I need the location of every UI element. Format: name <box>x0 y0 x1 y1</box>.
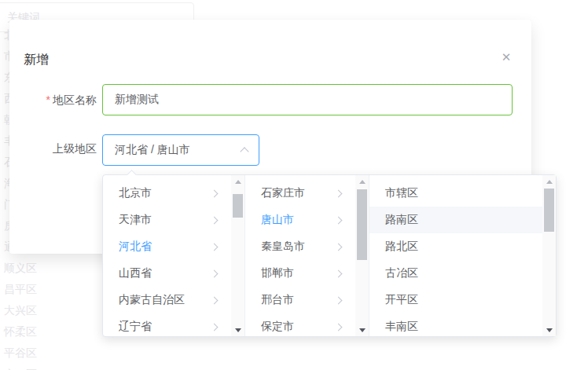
scrollbar-thumb[interactable] <box>357 189 367 260</box>
cascader-column-province: 北京市天津市河北省山西省内蒙古自治区辽宁省 <box>103 175 245 336</box>
close-icon[interactable]: ✕ <box>498 49 514 65</box>
scrollbar[interactable] <box>542 175 556 336</box>
cascader-column-district: 市辖区路南区路北区古冶区开平区丰南区 <box>369 175 556 336</box>
triangle-up-icon <box>359 180 366 184</box>
cascader-option[interactable]: 秦皇岛市 <box>245 233 355 260</box>
background-list-item: 怀柔区 <box>4 321 48 343</box>
chevron-right-icon <box>335 243 343 251</box>
chevron-right-icon <box>211 243 219 251</box>
cascader-option-label: 市辖区 <box>385 186 418 200</box>
cascader-option-list: 石家庄市唐山市秦皇岛市邯郸市邢台市保定市 <box>245 175 355 336</box>
cascader-option-label: 北京市 <box>119 186 152 200</box>
scrollbar-thumb[interactable] <box>544 189 554 232</box>
background-list-item: 顺义区 <box>4 258 48 279</box>
chevron-right-icon <box>335 269 343 277</box>
background-list-item: 大兴区 <box>4 300 48 321</box>
background-list-item: 昌平区 <box>4 279 48 300</box>
chevron-right-icon <box>211 269 219 277</box>
scrollbar-down-arrow[interactable] <box>355 324 369 335</box>
cascader-dropdown: 北京市天津市河北省山西省内蒙古自治区辽宁省石家庄市唐山市秦皇岛市邯郸市邢台市保定… <box>102 174 557 337</box>
cascader-option-label: 路南区 <box>385 213 418 227</box>
scrollbar[interactable] <box>355 175 369 336</box>
cascader-option[interactable]: 路南区 <box>369 207 542 233</box>
parent-region-select-input[interactable] <box>102 134 259 166</box>
cascader-option-label: 邢台市 <box>261 293 294 307</box>
cascader-option[interactable]: 古冶区 <box>369 260 542 287</box>
region-name-input[interactable] <box>102 84 513 115</box>
dialog-title: 新增 <box>24 52 49 68</box>
cascader-option-label: 山西省 <box>119 266 152 280</box>
cascader-option[interactable]: 邯郸市 <box>245 260 355 287</box>
cascader-option-list: 北京市天津市河北省山西省内蒙古自治区辽宁省 <box>103 175 231 336</box>
cascader-option-label: 天津市 <box>119 213 152 227</box>
chevron-right-icon <box>335 323 343 331</box>
triangle-down-icon <box>546 328 553 332</box>
chevron-right-icon <box>211 189 219 197</box>
cascader-option-label: 丰南区 <box>385 320 418 334</box>
cascader-option[interactable]: 辽宁省 <box>103 313 231 336</box>
background-list-item: 密云区 <box>4 364 48 370</box>
cascader-option[interactable]: 山西省 <box>103 260 231 287</box>
cascader-option-list: 市辖区路南区路北区古冶区开平区丰南区 <box>369 175 542 336</box>
cascader-option-label: 内蒙古自治区 <box>119 293 185 307</box>
triangle-down-icon <box>235 328 241 332</box>
cascader-option[interactable]: 保定市 <box>245 313 355 336</box>
cascader-option[interactable]: 市辖区 <box>369 180 542 207</box>
cascader-option-label: 邯郸市 <box>261 266 294 280</box>
cascader-column-city: 石家庄市唐山市秦皇岛市邯郸市邢台市保定市 <box>245 175 369 336</box>
cascader-option[interactable]: 北京市 <box>103 180 231 207</box>
cascader-option-label: 路北区 <box>385 240 418 254</box>
chevron-right-icon <box>335 296 343 304</box>
cascader-option-label: 唐山市 <box>261 213 294 227</box>
triangle-down-icon <box>359 328 366 332</box>
chevron-right-icon <box>211 323 219 331</box>
scrollbar-down-arrow[interactable] <box>542 324 556 335</box>
region-name-label-text: 地区名称 <box>53 93 97 106</box>
scrollbar-up-arrow[interactable] <box>355 176 369 187</box>
scrollbar[interactable] <box>231 175 244 336</box>
required-asterisk: * <box>46 93 50 106</box>
scrollbar-thumb[interactable] <box>233 194 243 218</box>
cascader-option-label: 开平区 <box>385 293 418 307</box>
parent-region-label: 上级地区 <box>9 141 97 156</box>
cascader-option[interactable]: 唐山市 <box>245 207 355 233</box>
cascader-option[interactable]: 石家庄市 <box>245 180 355 207</box>
cascader-option-label: 保定市 <box>261 320 294 334</box>
cascader-option[interactable]: 邢台市 <box>245 287 355 313</box>
scrollbar-up-arrow[interactable] <box>231 176 244 187</box>
cascader-option[interactable]: 河北省 <box>103 233 231 260</box>
triangle-up-icon <box>235 180 241 184</box>
parent-region-select[interactable] <box>102 134 259 166</box>
cascader-option[interactable]: 开平区 <box>369 287 542 313</box>
cascader-option[interactable]: 天津市 <box>103 207 231 233</box>
cascader-option[interactable]: 丰南区 <box>369 313 542 336</box>
background-list-item: 平谷区 <box>4 343 48 364</box>
cascader-option[interactable]: 内蒙古自治区 <box>103 287 231 313</box>
triangle-up-icon <box>546 180 553 184</box>
scrollbar-up-arrow[interactable] <box>542 176 556 187</box>
cascader-option-label: 河北省 <box>119 240 152 254</box>
region-name-label: *地区名称 <box>9 92 97 108</box>
cascader-option-label: 秦皇岛市 <box>261 240 305 254</box>
chevron-right-icon <box>335 216 343 224</box>
cascader-option[interactable]: 路北区 <box>369 233 542 260</box>
cascader-option-label: 石家庄市 <box>261 186 305 200</box>
parent-region-label-text: 上级地区 <box>53 142 97 155</box>
chevron-right-icon <box>211 216 219 224</box>
cascader-option-label: 古冶区 <box>385 266 418 280</box>
chevron-right-icon <box>211 296 219 304</box>
chevron-right-icon <box>335 189 343 197</box>
cascader-option-label: 辽宁省 <box>119 320 152 334</box>
scrollbar-down-arrow[interactable] <box>231 324 244 335</box>
